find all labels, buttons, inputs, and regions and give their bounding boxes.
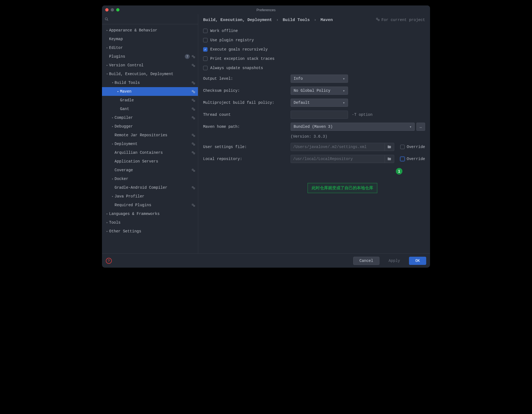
svg-rect-9 xyxy=(194,100,195,101)
zoom-icon[interactable] xyxy=(116,8,119,11)
tree-item[interactable]: Gradle xyxy=(102,96,198,105)
tree-item-label: Maven xyxy=(120,89,191,94)
project-scope-icon xyxy=(191,81,195,85)
override-checkbox[interactable] xyxy=(400,145,405,149)
browse-maven-home-button[interactable]: … xyxy=(416,123,425,131)
multiproject-fail-dropdown[interactable]: Default xyxy=(291,99,348,107)
tree-item[interactable]: Gant xyxy=(102,105,198,113)
local-repo-input[interactable] xyxy=(291,155,385,163)
maven-home-dropdown[interactable]: Bundled (Maven 3) xyxy=(291,123,415,131)
tree-item-label: Other Settings xyxy=(109,229,195,233)
window-controls xyxy=(105,8,119,11)
titlebar: Preferences xyxy=(102,5,430,14)
tree-item[interactable]: Gradle-Android Compiler xyxy=(102,183,198,192)
tree-item[interactable]: ▸Tools xyxy=(102,218,198,227)
chevron-icon: ▸ xyxy=(105,221,109,224)
svg-rect-1 xyxy=(194,57,195,58)
svg-rect-20 xyxy=(192,169,193,170)
close-icon[interactable] xyxy=(105,8,109,11)
output-level-dropdown[interactable]: Info xyxy=(291,75,348,83)
checkbox-label: Always update snapshots xyxy=(210,66,263,70)
checkbox[interactable] xyxy=(203,29,207,33)
execute-recursively-row[interactable]: Execute goals recursively xyxy=(203,45,425,54)
folder-icon[interactable] xyxy=(385,155,394,163)
chevron-icon: ▸ xyxy=(105,230,109,233)
tree-item[interactable]: ▸Editor xyxy=(102,43,198,52)
help-icon[interactable]: ? xyxy=(106,258,112,264)
tree-item-label: Build Tools xyxy=(115,81,191,85)
svg-rect-0 xyxy=(192,55,193,57)
svg-rect-15 xyxy=(194,135,195,136)
tree-item[interactable]: Required Plugins xyxy=(102,201,198,209)
sidebar: ▸Appearance & BehaviorKeymap▸EditorPlugi… xyxy=(102,14,198,253)
preferences-window: Preferences ▸Appearance & BehaviorKeymap… xyxy=(102,5,430,268)
tree-item[interactable]: Arquillian Containers xyxy=(102,148,198,157)
tree-item[interactable]: ▾Build Tools xyxy=(102,78,198,87)
window-title: Preferences xyxy=(256,8,276,12)
always-update-row[interactable]: Always update snapshots xyxy=(203,63,425,73)
project-scope-icon xyxy=(191,142,195,146)
chevron-right-icon: › xyxy=(276,18,279,22)
folder-icon[interactable] xyxy=(385,143,394,151)
tree-item[interactable]: ▸Debugger xyxy=(102,122,198,131)
tree-item[interactable]: ▸Appearance & Behavior xyxy=(102,26,198,35)
ok-button[interactable]: OK xyxy=(409,257,426,265)
tree-item[interactable]: ▸Languages & Frameworks xyxy=(102,209,198,218)
tree-item[interactable]: ▸Java Profiler xyxy=(102,192,198,201)
tree-item-label: Plugins xyxy=(109,54,185,59)
project-scope-icon xyxy=(191,90,195,93)
project-scope-icon xyxy=(191,168,195,172)
tree-item-label: Appearance & Behavior xyxy=(109,28,195,32)
checkbox[interactable] xyxy=(203,57,207,61)
project-scope-icon xyxy=(191,55,195,58)
checksum-policy-label: Checksum policy: xyxy=(203,88,291,93)
checkbox[interactable] xyxy=(203,38,207,42)
project-scope-icon xyxy=(191,116,195,120)
print-exception-row[interactable]: Print exception stack traces xyxy=(203,54,425,63)
scope-label: For current project xyxy=(376,17,425,22)
checkbox[interactable] xyxy=(203,47,207,52)
count-badge: 7 xyxy=(185,54,190,59)
chevron-icon: ▸ xyxy=(111,195,115,198)
tree-item[interactable]: Keymap xyxy=(102,35,198,43)
tree-item-label: Coverage xyxy=(115,168,191,172)
thread-count-input[interactable] xyxy=(291,111,348,119)
settings-tree: ▸Appearance & BehaviorKeymap▸EditorPlugi… xyxy=(102,24,198,253)
tree-item-label: Debugger xyxy=(115,124,195,129)
tree-item[interactable]: ▸Other Settings xyxy=(102,227,198,236)
user-settings-input[interactable] xyxy=(291,143,385,151)
cancel-button[interactable]: Cancel xyxy=(353,257,379,265)
tree-item[interactable]: ▾Build, Execution, Deployment xyxy=(102,70,198,78)
tree-item[interactable]: ▸Deployment xyxy=(102,140,198,148)
tree-item[interactable]: ▸Version Control xyxy=(102,61,198,70)
svg-rect-8 xyxy=(192,99,193,100)
chevron-icon: ▸ xyxy=(111,116,115,119)
work-offline-row[interactable]: Work offline xyxy=(203,26,425,36)
chevron-icon: ▸ xyxy=(111,177,115,181)
tree-item[interactable]: Application Servers xyxy=(102,157,198,166)
annotation-badge: 1 xyxy=(396,168,402,175)
tree-item[interactable]: Plugins7 xyxy=(102,52,198,61)
user-settings-label: User settings file: xyxy=(203,145,291,149)
plugin-registry-row[interactable]: Use plugin registry xyxy=(203,36,425,45)
svg-rect-24 xyxy=(192,204,193,205)
tree-item-label: Gant xyxy=(120,107,191,111)
svg-rect-26 xyxy=(376,18,378,19)
svg-rect-10 xyxy=(192,108,193,109)
override-checkbox[interactable] xyxy=(400,157,405,161)
tree-item[interactable]: Remote Jar Repositories xyxy=(102,131,198,140)
minimize-icon[interactable] xyxy=(111,8,114,11)
search-input[interactable] xyxy=(104,16,196,22)
checksum-policy-dropdown[interactable]: No Global Policy xyxy=(291,87,348,95)
tree-item[interactable]: ▸Maven xyxy=(102,87,198,96)
checkbox-label: Execute goals recursively xyxy=(210,47,268,52)
tree-item-label: Compiler xyxy=(115,116,191,120)
tree-item[interactable]: Coverage xyxy=(102,166,198,175)
tree-item[interactable]: ▸Compiler xyxy=(102,113,198,122)
tree-item-label: Version Control xyxy=(109,63,191,67)
svg-rect-5 xyxy=(194,83,195,84)
chevron-icon: ▸ xyxy=(105,46,109,49)
checkbox[interactable] xyxy=(203,66,207,70)
tree-item[interactable]: ▸Docker xyxy=(102,175,198,183)
apply-button[interactable]: Apply xyxy=(382,257,406,265)
